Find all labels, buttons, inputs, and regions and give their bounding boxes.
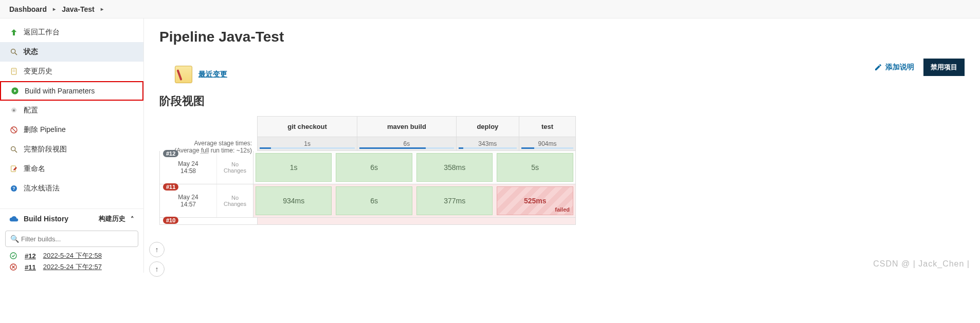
- breadcrumb-item-project[interactable]: Java-Test: [62, 5, 95, 13]
- status-fail-icon: [9, 263, 17, 271]
- sidebar-item-status[interactable]: 状态: [0, 42, 143, 62]
- run-badge[interactable]: #12: [163, 150, 178, 157]
- status-ok-icon: [9, 252, 17, 260]
- add-description-label: 添加说明: [885, 63, 914, 72]
- doc-edit-icon: [9, 164, 19, 174]
- add-description-link[interactable]: 添加说明: [874, 63, 914, 72]
- sidebar-item-label: 完整阶段视图: [24, 145, 67, 154]
- stage-cell[interactable]: 525msfailed: [497, 186, 573, 215]
- sidebar-item-label: 状态: [24, 47, 38, 56]
- build-history-trend-link[interactable]: 构建历史: [99, 214, 125, 223]
- sidebar-item-back[interactable]: 返回工作台: [0, 23, 143, 42]
- build-history-row: #112022-5-24 下午2:57: [0, 261, 143, 273]
- up-arrow-green-icon: [9, 28, 19, 37]
- sidebar-item-label: 删除 Pipeline: [24, 125, 66, 135]
- pencil-icon: [874, 63, 882, 71]
- sidebar-item-delete[interactable]: 删除 Pipeline: [0, 120, 143, 140]
- build-number-link[interactable]: #11: [25, 263, 36, 271]
- build-time-link[interactable]: 2022-5-24 下午2:57: [43, 262, 102, 272]
- svg-line-9: [12, 128, 16, 132]
- avg-stage-cell: 904ms: [519, 137, 575, 151]
- build-history-header[interactable]: Build History 构建历史 ˄: [0, 208, 143, 227]
- avg-stage-cell: 1s: [258, 137, 357, 151]
- sidebar-item-config[interactable]: 配置: [0, 101, 143, 120]
- stage-cell[interactable]: 5s: [497, 153, 573, 182]
- scroll-up-button[interactable]: ↑: [149, 261, 165, 273]
- scroll-arrows: ↑ ↑: [149, 242, 165, 273]
- sidebar-item-label: 变更历史: [24, 67, 52, 76]
- gear-icon: [9, 106, 19, 115]
- recent-changes: 最近变更: [175, 66, 965, 83]
- stage-run-row: #10: [159, 218, 576, 225]
- run-badge[interactable]: #11: [163, 183, 178, 191]
- stage-column-header: deploy: [456, 117, 519, 137]
- sidebar-item-changes[interactable]: 变更历史: [0, 62, 143, 81]
- svg-point-0: [11, 49, 15, 53]
- breadcrumb: Dashboard ▸ Java-Test ▸: [0, 0, 980, 18]
- build-number-link[interactable]: #12: [25, 252, 36, 260]
- svg-line-1: [15, 53, 17, 55]
- run-changes: NoChanges: [217, 184, 253, 217]
- sidebar-item-label: 流水线语法: [24, 184, 60, 193]
- stage-column-header: git checkout: [258, 117, 357, 137]
- chevron-right-icon: ▸: [101, 6, 103, 12]
- sidebar-item-label: 配置: [24, 106, 38, 115]
- main-content: Pipeline Java-Test 添加说明 禁用项目 最近变更 阶段视图 g…: [144, 18, 980, 273]
- scroll-top-button[interactable]: ↑: [149, 242, 165, 257]
- breadcrumb-item-dashboard[interactable]: Dashboard: [9, 5, 47, 13]
- stage-column-header: maven build: [357, 117, 457, 137]
- svg-point-15: [10, 253, 16, 259]
- search-icon: [9, 145, 19, 154]
- filter-builds-input[interactable]: [5, 231, 138, 247]
- avg-stage-cell: 6s: [357, 137, 457, 151]
- run-badge[interactable]: #10: [163, 218, 178, 224]
- page-title: Pipeline Java-Test: [159, 29, 965, 45]
- sidebar: 返回工作台状态变更历史Build with Parameters配置删除 Pip…: [0, 18, 144, 273]
- watermark: CSDN @ | Jack_Chen |: [873, 259, 970, 269]
- stage-view-table: git checkoutmaven builddeploytest 1s6s34…: [257, 116, 576, 151]
- sidebar-item-label: 返回工作台: [24, 28, 60, 37]
- chevron-right-icon: ▸: [53, 6, 56, 12]
- search-icon: [9, 47, 19, 56]
- stage-view-title: 阶段视图: [159, 93, 965, 109]
- stage-column-header: test: [519, 117, 575, 137]
- stage-cell[interactable]: 934ms: [256, 186, 332, 215]
- stage-cell[interactable]: 6s: [336, 186, 412, 215]
- sidebar-item-full-stage[interactable]: 完整阶段视图: [0, 140, 143, 159]
- stage-run-row: #12May 2414:58NoChanges1s6s358ms5s: [159, 151, 576, 184]
- disable-project-button[interactable]: 禁用项目: [923, 59, 965, 76]
- no-entry-icon: [9, 125, 19, 135]
- build-history-title: Build History: [24, 215, 68, 223]
- sidebar-item-build-params[interactable]: Build with Parameters: [0, 81, 143, 101]
- sidebar-item-label: Build with Parameters: [25, 87, 95, 95]
- sidebar-item-label: 重命名: [24, 164, 45, 174]
- cloud-icon: [9, 214, 19, 223]
- stage-cell[interactable]: 358ms: [416, 153, 493, 182]
- chevron-up-icon: ˄: [131, 215, 134, 223]
- build-history-row: #122022-5-24 下午2:58: [0, 250, 143, 261]
- svg-line-11: [15, 150, 17, 153]
- svg-point-10: [11, 147, 15, 151]
- sidebar-item-rename[interactable]: 重命名: [0, 159, 143, 179]
- search-icon: 🔍: [10, 235, 19, 243]
- notepad-icon: [175, 66, 192, 83]
- stage-cell[interactable]: 1s: [256, 153, 332, 182]
- sidebar-item-syntax[interactable]: ?流水线语法: [0, 179, 143, 198]
- run-changes: NoChanges: [217, 151, 253, 184]
- play-green-icon: [10, 86, 20, 96]
- stage-cell[interactable]: 377ms: [416, 186, 493, 215]
- avg-stage-cell: 343ms: [456, 137, 519, 151]
- stage-cell[interactable]: 6s: [336, 153, 412, 182]
- svg-text:?: ?: [12, 186, 15, 191]
- doc-icon: [9, 67, 19, 76]
- help-icon: ?: [9, 184, 19, 193]
- recent-changes-link[interactable]: 最近变更: [198, 70, 227, 79]
- stage-run-row: #11May 2414:57NoChanges934ms6s377ms525ms…: [159, 184, 576, 218]
- build-time-link[interactable]: 2022-5-24 下午2:58: [43, 251, 102, 260]
